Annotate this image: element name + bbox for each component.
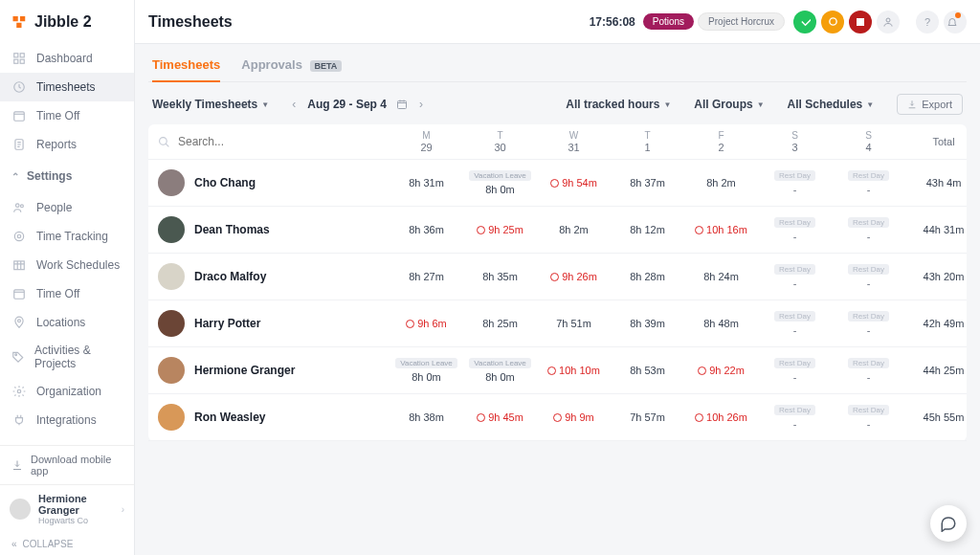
svg-rect-20: [857, 18, 864, 26]
tab-label: Timesheets: [152, 57, 220, 72]
calendar-off-icon: [11, 286, 27, 301]
export-icon: [907, 100, 917, 109]
next-week-button[interactable]: ›: [415, 98, 427, 111]
svg-rect-0: [13, 16, 18, 21]
report-icon: [11, 137, 27, 152]
sidebar-item-activities-projects[interactable]: Activities & Projects: [0, 337, 134, 377]
sidebar-item-time-off[interactable]: Time Off: [0, 279, 134, 308]
timesheet-row[interactable]: Draco Malfoy8h 27m8h 35m9h 26m8h 28m8h 2…: [148, 254, 967, 300]
rest-day-badge: Rest Day: [774, 217, 815, 228]
settings-header[interactable]: ⌃ Settings: [0, 163, 134, 189]
timesheet-row[interactable]: Hermione GrangerVacation Leave8h 0mVacat…: [148, 347, 967, 394]
sidebar-item-label: Timesheets: [36, 80, 96, 94]
row-total: 43h 4m: [905, 177, 980, 189]
schedules-filter-dropdown[interactable]: All Schedules ▼: [788, 98, 875, 111]
project-pill-primary[interactable]: Potions: [643, 13, 694, 30]
groups-filter-dropdown[interactable]: All Groups ▼: [694, 98, 764, 111]
time-value: -: [867, 231, 871, 242]
search-icon: [158, 136, 170, 148]
app-logo[interactable]: Jibble 2: [0, 0, 134, 40]
person-name: Draco Malfoy: [194, 270, 266, 283]
beta-badge: BETA: [310, 60, 343, 72]
user-menu-button[interactable]: [877, 11, 900, 33]
timesheet-row[interactable]: Ron Weasley8h 38m9h 45m9h 9m7h 57m10h 26…: [148, 394, 967, 441]
notification-button[interactable]: [944, 11, 967, 33]
svg-rect-15: [14, 290, 25, 299]
current-user-row[interactable]: Hermione Granger Hogwarts Co ›: [0, 484, 134, 533]
sidebar-item-reports[interactable]: Reports: [0, 130, 134, 159]
rest-day-badge: Rest Day: [774, 358, 815, 368]
vacation-badge: Vacation Leave: [469, 170, 531, 181]
sidebar-item-work-schedules[interactable]: Work Schedules: [0, 251, 134, 279]
break-button[interactable]: [821, 11, 844, 33]
collapse-label: COLLAPSE: [23, 539, 74, 549]
prev-week-button[interactable]: ‹: [288, 98, 300, 111]
help-button[interactable]: ?: [916, 11, 939, 33]
row-total: 42h 49m: [905, 318, 980, 329]
svg-point-13: [17, 234, 21, 238]
clock-icon: [11, 79, 27, 95]
download-mobile-link[interactable]: Download mobile app: [0, 445, 134, 484]
search-input[interactable]: [178, 135, 322, 148]
timesheet-row[interactable]: Dean Thomas8h 36m9h 25m8h 2m8h 12m10h 16…: [148, 207, 967, 254]
time-value: -: [793, 418, 797, 430]
view-mode-dropdown[interactable]: Weekly Timesheets ▼: [152, 98, 269, 111]
overtime-icon: [550, 179, 559, 188]
clock-in-button[interactable]: [793, 11, 816, 33]
chat-widget-button[interactable]: [930, 505, 967, 542]
chevron-down-icon: ▼: [261, 100, 269, 109]
page-title: Timesheets: [148, 13, 233, 31]
sidebar-item-label: Time Tracking: [36, 230, 108, 243]
avatar: [158, 404, 185, 431]
time-value: -: [867, 278, 871, 289]
sidebar-item-locations[interactable]: Locations: [0, 308, 134, 337]
export-label: Export: [922, 99, 952, 110]
sidebar-item-label: Locations: [36, 316, 85, 329]
time-value: 8h 37m: [630, 177, 665, 189]
sidebar-item-integrations[interactable]: Integrations: [0, 406, 134, 434]
project-pill-secondary[interactable]: Project Horcrux: [698, 12, 785, 31]
sidebar-item-organization[interactable]: Organization: [0, 377, 134, 406]
sidebar-item-timesheets[interactable]: Timesheets: [0, 73, 134, 101]
chevron-down-icon: ▼: [866, 100, 874, 109]
plug-icon: [11, 412, 27, 428]
avatar: [158, 263, 185, 290]
timesheet-row[interactable]: Harry Potter9h 6m8h 25m7h 51m8h 39m8h 48…: [148, 300, 967, 347]
person-name: Cho Chang: [194, 176, 256, 189]
svg-rect-14: [14, 261, 25, 270]
collapse-sidebar-button[interactable]: « COLLAPSE: [0, 533, 134, 555]
rest-day-badge: Rest Day: [774, 405, 815, 415]
svg-rect-8: [14, 112, 25, 121]
sidebar-item-people[interactable]: People: [0, 193, 134, 222]
svg-point-11: [20, 205, 23, 208]
export-button[interactable]: Export: [897, 94, 963, 115]
time-value: -: [793, 371, 797, 383]
sidebar-item-dashboard[interactable]: Dashboard: [0, 44, 134, 73]
svg-point-18: [17, 389, 21, 393]
tab-approvals[interactable]: Approvals BETA: [241, 57, 342, 81]
time-value: 8h 2m: [559, 224, 589, 235]
time-value: 8h 53m: [630, 365, 665, 376]
sidebar-item-label: Reports: [36, 138, 77, 151]
sidebar-item-time-off[interactable]: Time Off: [0, 101, 134, 130]
pin-icon: [11, 315, 27, 330]
timesheet-row[interactable]: Cho Chang8h 31mVacation Leave8h 0m9h 54m…: [148, 160, 967, 207]
hours-filter-dropdown[interactable]: All tracked hours ▼: [566, 98, 671, 111]
avatar: [158, 357, 185, 384]
person-name: Harry Potter: [194, 317, 260, 330]
overtime-icon: [550, 273, 559, 281]
sidebar-item-time-tracking[interactable]: Time Tracking: [0, 222, 134, 251]
row-total: 43h 20m: [905, 271, 980, 282]
download-icon: [11, 459, 23, 471]
svg-point-17: [15, 354, 17, 356]
avatar: [10, 499, 31, 520]
tab-timesheets[interactable]: Timesheets: [152, 57, 220, 81]
svg-rect-5: [14, 59, 18, 63]
rest-day-badge: Rest Day: [774, 170, 815, 181]
person-name: Hermione Granger: [194, 364, 295, 377]
time-value: 9h 26m: [562, 271, 597, 282]
day-header: S4: [832, 130, 905, 153]
clock-out-button[interactable]: [849, 11, 872, 33]
calendar-icon[interactable]: [396, 99, 408, 110]
time-value: 10h 10m: [559, 365, 600, 376]
